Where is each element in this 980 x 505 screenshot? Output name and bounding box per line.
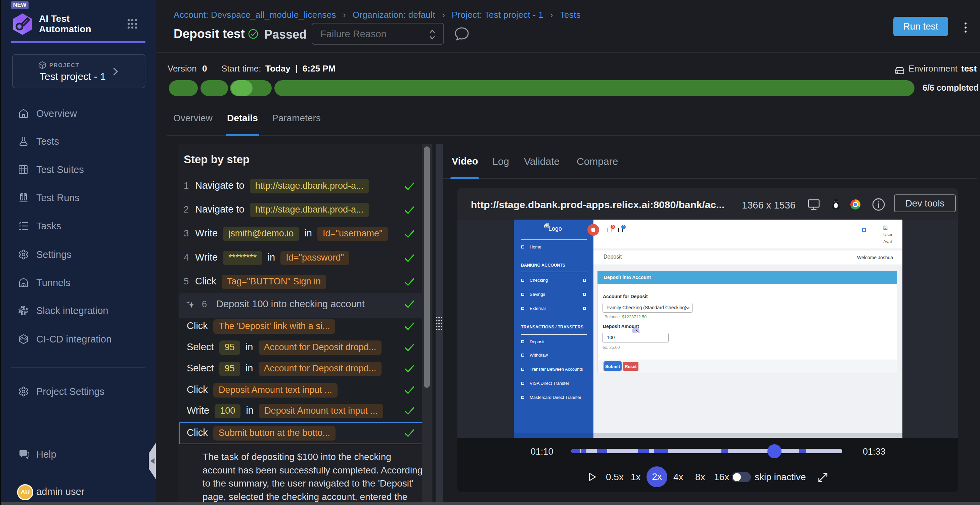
svg-text:?: ? (21, 451, 24, 456)
